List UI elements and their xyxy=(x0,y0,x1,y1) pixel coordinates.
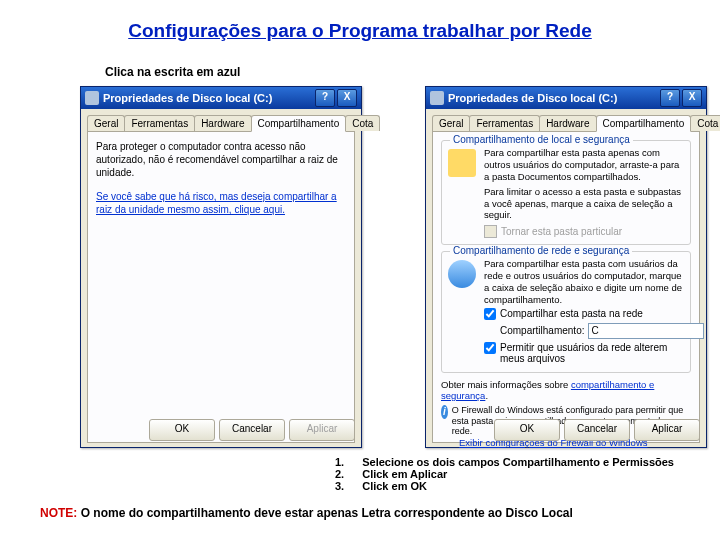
step-text: Click em OK xyxy=(362,480,427,492)
properties-dialog-after: Propriedades de Disco local (C:) ? X Ger… xyxy=(425,86,707,448)
step-text: Selecione os dois campos Compartilhament… xyxy=(362,456,674,468)
folder-share-icon xyxy=(448,149,476,177)
page-title: Configurações para o Programa trabalhar … xyxy=(0,0,720,42)
tab-strip: Geral Ferramentas Hardware Compartilhame… xyxy=(87,115,355,131)
help-button[interactable]: ? xyxy=(315,89,335,107)
tab-geral[interactable]: Geral xyxy=(87,115,125,131)
tab-ferramentas[interactable]: Ferramentas xyxy=(124,115,195,131)
note-prefix: NOTE: xyxy=(40,506,77,520)
group-local-sharing: Compartilhamento de local e segurança Pa… xyxy=(441,140,691,245)
subtitle-instruction: Clica na escrita em azul xyxy=(105,65,240,79)
step-text: Click em Aplicar xyxy=(362,468,447,480)
tab-compartilhamento[interactable]: Compartilhamento xyxy=(251,115,347,132)
allow-change-checkbox[interactable] xyxy=(484,342,496,354)
warning-text: Para proteger o computador contra acesso… xyxy=(96,140,346,179)
share-on-network-row[interactable]: Compartilhar esta pasta na rede xyxy=(484,308,684,320)
share-on-network-label: Compartilhar esta pasta na rede xyxy=(500,308,643,319)
group2-text: Para compartilhar esta pasta com usuário… xyxy=(484,258,684,306)
tab-hardware[interactable]: Hardware xyxy=(194,115,251,131)
footer-note: NOTE: O nome do compartilhamento deve es… xyxy=(40,506,573,520)
tab-compartilhamento[interactable]: Compartilhamento xyxy=(596,115,692,132)
close-button[interactable]: X xyxy=(682,89,702,107)
learn-more-text: Obter mais informações sobre xyxy=(441,379,568,390)
allow-change-label: Permitir que usuários da rede alterem me… xyxy=(500,342,684,364)
titlebar: Propriedades de Disco local (C:) ? X xyxy=(426,87,706,109)
step-number: 3. xyxy=(335,480,344,492)
private-folder-checkbox: Tornar esta pasta particular xyxy=(484,225,684,238)
apply-button[interactable]: Aplicar xyxy=(634,419,700,441)
tab-panel: Para proteger o computador contra acesso… xyxy=(87,131,355,443)
group-network-sharing: Compartilhamento de rede e segurança Par… xyxy=(441,251,691,373)
info-icon: i xyxy=(441,405,448,419)
window-title: Propriedades de Disco local (C:) xyxy=(103,92,272,104)
tab-hardware[interactable]: Hardware xyxy=(539,115,596,131)
share-name-label: Compartilhamento: xyxy=(500,325,584,336)
ok-button[interactable]: OK xyxy=(494,419,560,441)
window-title: Propriedades de Disco local (C:) xyxy=(448,92,617,104)
cancel-button[interactable]: Cancelar xyxy=(564,419,630,441)
private-folder-label: Tornar esta pasta particular xyxy=(501,226,622,237)
group-title: Compartilhamento de rede e segurança xyxy=(450,245,632,256)
learn-more-row: Obter mais informações sobre compartilha… xyxy=(441,379,691,401)
tab-cota[interactable]: Cota xyxy=(690,115,720,131)
group-title: Compartilhamento de local e segurança xyxy=(450,134,633,145)
apply-button[interactable]: Aplicar xyxy=(289,419,355,441)
cancel-button[interactable]: Cancelar xyxy=(219,419,285,441)
drive-icon xyxy=(430,91,444,105)
share-name-input[interactable] xyxy=(588,323,704,339)
instruction-steps: 1.Selecione os dois campos Compartilhame… xyxy=(335,456,674,492)
note-text: O nome do compartilhamento deve estar ap… xyxy=(77,506,572,520)
ok-button[interactable]: OK xyxy=(149,419,215,441)
close-button[interactable]: X xyxy=(337,89,357,107)
group1-text2: Para limitar o acesso a esta pasta e sub… xyxy=(484,186,684,222)
step-number: 1. xyxy=(335,456,344,468)
step-number: 2. xyxy=(335,468,344,480)
checkbox-icon xyxy=(484,225,497,238)
network-globe-icon xyxy=(448,260,476,288)
properties-dialog-before: Propriedades de Disco local (C:) ? X Ger… xyxy=(80,86,362,448)
tab-ferramentas[interactable]: Ferramentas xyxy=(469,115,540,131)
tab-panel: Compartilhamento de local e segurança Pa… xyxy=(432,131,700,443)
allow-change-row[interactable]: Permitir que usuários da rede alterem me… xyxy=(484,342,684,364)
tab-geral[interactable]: Geral xyxy=(432,115,470,131)
titlebar: Propriedades de Disco local (C:) ? X xyxy=(81,87,361,109)
drive-icon xyxy=(85,91,99,105)
group1-text1: Para compartilhar esta pasta apenas com … xyxy=(484,147,684,183)
help-button[interactable]: ? xyxy=(660,89,680,107)
share-root-link[interactable]: Se você sabe que há risco, mas deseja co… xyxy=(96,191,337,215)
tab-strip: Geral Ferramentas Hardware Compartilhame… xyxy=(432,115,700,131)
share-on-network-checkbox[interactable] xyxy=(484,308,496,320)
tab-cota[interactable]: Cota xyxy=(345,115,380,131)
